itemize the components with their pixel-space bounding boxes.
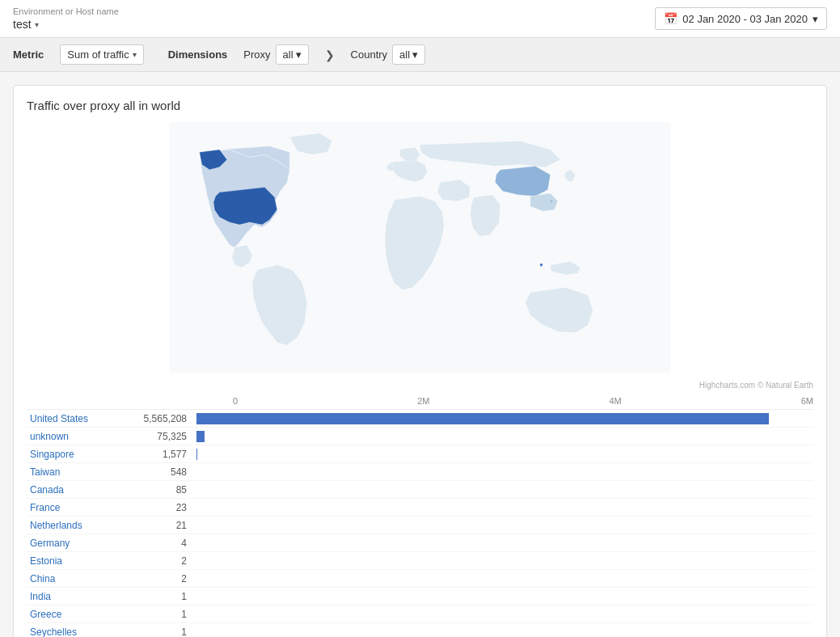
bar-fill <box>196 431 205 442</box>
country-value: 75,325 <box>124 431 196 442</box>
table-row: Estonia 2 <box>27 552 813 570</box>
table-row: United States 5,565,208 <box>27 410 813 428</box>
metric-bar: Metric Sum of traffic ▾ Dimensions Proxy… <box>0 38 840 72</box>
chart-card: Traffic over proxy all in world <box>13 85 827 637</box>
country-value: 2 <box>124 573 196 584</box>
country-value: 23 <box>124 502 196 513</box>
country-value: 85 <box>124 484 196 496</box>
country-link[interactable]: Estonia <box>27 555 124 567</box>
proxy-all-value: all <box>283 49 293 61</box>
top-bar: Environment or Host name test ▾ 📅 02 Jan… <box>0 0 840 38</box>
table-row: Netherlands 21 <box>27 517 813 534</box>
dimensions-label: Dimensions <box>168 49 228 61</box>
table-row: Germany 4 <box>27 534 813 552</box>
table-row: unknown 75,325 <box>27 428 813 445</box>
svg-point-1 <box>549 199 553 203</box>
date-range-value: 02 Jan 2020 - 03 Jan 2020 <box>682 13 808 25</box>
metric-value: Sum of traffic <box>67 49 129 61</box>
country-dim-label: Country <box>351 49 388 61</box>
country-link[interactable]: Taiwan <box>27 466 124 478</box>
bar-chart: 0 2M 4M 6M United States 5,565,208 unkno… <box>27 396 813 637</box>
country-value: 1 <box>124 609 196 620</box>
table-row: Canada 85 <box>27 481 813 499</box>
environment-section: Environment or Host name test ▾ <box>13 6 119 31</box>
country-all-value: all <box>399 49 410 61</box>
proxy-select[interactable]: all ▾ <box>276 44 309 65</box>
table-row: Taiwan 548 <box>27 463 813 481</box>
env-chevron-icon: ▾ <box>35 20 39 29</box>
metric-select[interactable]: Sum of traffic ▾ <box>60 44 143 65</box>
country-link[interactable]: unknown <box>27 431 124 442</box>
bar-track <box>196 484 813 496</box>
country-link[interactable]: Germany <box>27 538 124 549</box>
table-row: Greece 1 <box>27 605 813 623</box>
country-value: 2 <box>124 555 196 567</box>
country-link[interactable]: Greece <box>27 609 124 620</box>
bar-track <box>196 520 813 531</box>
country-link[interactable]: Singapore <box>27 449 124 460</box>
bar-track <box>196 626 813 638</box>
proxy-dim-group: Proxy all ▾ <box>243 44 308 65</box>
bar-rows: United States 5,565,208 unknown 75,325 S… <box>27 409 813 637</box>
country-value: 4 <box>124 538 196 549</box>
country-value: 5,565,208 <box>124 413 196 424</box>
bar-track <box>196 609 813 620</box>
bar-fill <box>196 413 769 424</box>
metric-label: Metric <box>13 49 44 61</box>
country-dim-group: Country all ▾ <box>351 44 426 65</box>
country-value: 1 <box>124 626 196 638</box>
country-link[interactable]: Canada <box>27 484 124 496</box>
env-value: test <box>13 18 32 31</box>
country-arrow-icon: ▾ <box>412 49 418 61</box>
chart-title: Traffic over proxy all in world <box>27 99 813 112</box>
country-value: 548 <box>124 466 196 478</box>
bar-track <box>196 591 813 602</box>
bar-axis: 0 2M 4M 6M <box>27 396 813 409</box>
bar-track <box>196 413 813 424</box>
dim-separator-icon: ❯ <box>325 49 335 61</box>
axis-label-6m: 6M <box>801 396 813 406</box>
date-chevron-icon: ▾ <box>813 13 818 25</box>
bar-track <box>196 538 813 549</box>
calendar-icon: 📅 <box>664 12 677 25</box>
table-row: India 1 <box>27 588 813 605</box>
table-row: Singapore 1,577 <box>27 445 813 463</box>
main-content: Traffic over proxy all in world <box>0 72 840 637</box>
country-value: 1,577 <box>124 449 196 460</box>
proxy-dim-label: Proxy <box>243 49 270 61</box>
bar-track <box>196 466 813 478</box>
env-select[interactable]: test ▾ <box>13 18 119 31</box>
axis-label-4m: 4M <box>609 396 621 406</box>
country-select[interactable]: all ▾ <box>392 44 425 65</box>
axis-label-2m: 2M <box>417 396 429 406</box>
bar-track <box>196 573 813 584</box>
country-value: 21 <box>124 520 196 531</box>
date-range-picker[interactable]: 📅 02 Jan 2020 - 03 Jan 2020 ▾ <box>655 7 827 30</box>
map-attribution: Highcharts.com © Natural Earth <box>27 381 813 390</box>
bar-track <box>196 449 813 460</box>
axis-label-0: 0 <box>233 396 238 406</box>
world-map <box>27 122 813 373</box>
country-link[interactable]: India <box>27 591 124 602</box>
country-link[interactable]: Netherlands <box>27 520 124 531</box>
bar-track <box>196 502 813 513</box>
country-link[interactable]: Seychelles <box>27 626 124 638</box>
table-row: Seychelles 1 <box>27 623 813 637</box>
metric-arrow-icon: ▾ <box>133 50 137 59</box>
country-link[interactable]: China <box>27 573 124 584</box>
country-link[interactable]: United States <box>27 413 124 424</box>
bar-track <box>196 555 813 567</box>
table-row: France 23 <box>27 499 813 517</box>
bar-track <box>196 431 813 442</box>
table-row: China 2 <box>27 570 813 588</box>
svg-point-2 <box>540 264 543 267</box>
country-link[interactable]: France <box>27 502 124 513</box>
env-label: Environment or Host name <box>13 6 119 16</box>
country-value: 1 <box>124 591 196 602</box>
proxy-arrow-icon: ▾ <box>296 49 302 61</box>
